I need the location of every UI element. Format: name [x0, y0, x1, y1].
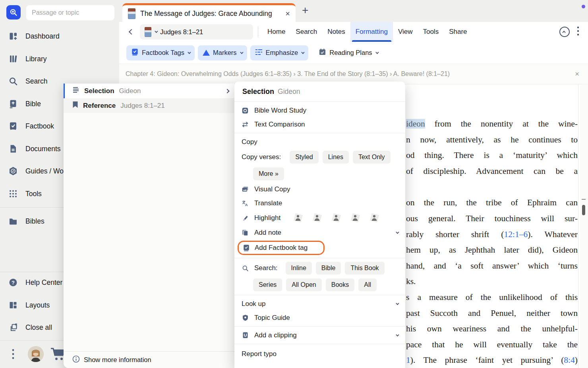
dashboard-icon	[8, 31, 18, 41]
context-menu-header: Selection Gideon	[234, 83, 405, 100]
menu-item-visual-copy[interactable]: Visual Copy	[234, 182, 405, 196]
highlight-style-avatar[interactable]	[350, 213, 361, 223]
add-factbook-tag-highlight-ring: Add Factbook tag	[238, 241, 325, 255]
menu-item-home[interactable]: Home	[262, 22, 290, 42]
copy-verses-text-only-button[interactable]: Text Only	[353, 151, 391, 164]
user-avatar[interactable]	[28, 346, 44, 362]
menu-row-more: More »	[234, 166, 405, 182]
search-icon	[242, 265, 249, 272]
factbook-tags-icon	[131, 48, 139, 57]
menu-item-look-up[interactable]: Look up	[234, 297, 405, 311]
menu-item-highlight[interactable]: Highlight	[234, 210, 405, 226]
chevron-right-icon	[225, 89, 229, 93]
search-icon	[8, 76, 18, 86]
highlight-style-avatar[interactable]	[312, 213, 323, 223]
sidebar-item-library[interactable]: Library	[8, 52, 115, 66]
menu-item-add-factbook-tag[interactable]: Add Factbook tag	[234, 239, 405, 256]
reading-plans-icon	[319, 48, 326, 57]
menu-item-topic-guide[interactable]: Topic Guide	[234, 311, 405, 325]
menu-item-add-a-clipping[interactable]: Add a clipping	[234, 328, 405, 342]
tab-strip: The Message of Judges: Grace Abounding ×…	[119, 0, 588, 22]
menu-item-view[interactable]: View	[393, 22, 418, 42]
formatting-toolbar: Factbook Tags Markers Emphasize Reading …	[119, 42, 588, 64]
emphasize-dropdown[interactable]: Emphasize	[250, 45, 309, 60]
book-cover-thumbnail	[145, 27, 151, 37]
translate-icon: A	[242, 200, 249, 207]
layouts-icon	[8, 300, 18, 310]
tab-close-icon[interactable]: ×	[285, 10, 290, 18]
guides-icon	[8, 166, 18, 176]
panel-kebab-menu-icon[interactable]	[577, 26, 579, 37]
svg-text:?: ?	[12, 280, 15, 286]
factbook-tags-dropdown[interactable]: Factbook Tags	[126, 45, 195, 60]
notification-dot	[582, 5, 585, 8]
factbook-icon	[8, 121, 18, 131]
copy-verses-lines-button[interactable]: Lines	[323, 151, 349, 164]
chevron-down-icon	[396, 333, 399, 336]
selection-lines-icon	[72, 87, 79, 95]
search-inline-button[interactable]: Inline	[286, 262, 312, 275]
search-books-button[interactable]: Books	[326, 278, 354, 291]
search-all-open-button[interactable]: All Open	[286, 278, 321, 291]
reading-plans-dropdown[interactable]: Reading Plans	[314, 45, 382, 60]
topic-guide-icon	[242, 314, 249, 321]
context-menu: Selection Gideon Bible Word Study Text C…	[234, 82, 405, 368]
menu-item-tools[interactable]: Tools	[418, 22, 444, 42]
sidebar-item-dashboard[interactable]: Dashboard	[8, 29, 115, 43]
visual-copy-icon	[242, 186, 249, 193]
menu-item-translate[interactable]: A Translate	[234, 196, 405, 210]
search-all-button[interactable]: All	[358, 278, 377, 291]
factbook-tag-icon	[243, 244, 250, 251]
menu-item-search[interactable]: Search	[290, 22, 322, 42]
bible-word-study-icon	[242, 107, 249, 114]
scrollbar-track[interactable]	[580, 84, 588, 368]
menu-item-copy[interactable]: Copy	[234, 135, 405, 149]
scrollbar-thumb[interactable]	[582, 205, 585, 215]
highlight-style-avatar[interactable]	[293, 213, 304, 223]
help-icon: ?	[8, 277, 18, 288]
search-series-button[interactable]: Series	[253, 278, 282, 291]
bible-icon	[8, 99, 18, 109]
chevron-down-icon	[375, 51, 379, 54]
markers-dropdown[interactable]: Markers	[198, 45, 247, 60]
highlight-avatars[interactable]	[293, 213, 380, 223]
menu-item-add-note[interactable]: Add note	[234, 226, 405, 239]
selection-row[interactable]: Selection Gideon	[64, 84, 234, 98]
context-selection-panel: Selection Gideon Reference Judges 8:1–21…	[64, 84, 234, 368]
kebab-menu-icon[interactable]	[11, 349, 15, 362]
menu-item-text-comparison[interactable]: Text Comparison	[234, 117, 405, 131]
search-this-book-button[interactable]: This Book	[345, 262, 384, 275]
collapse-toolbar-button[interactable]	[559, 27, 570, 37]
document-text[interactable]: ideon from the nonentity at the wine-n n…	[406, 84, 578, 368]
menu-item-share[interactable]: Share	[444, 22, 472, 42]
passage-search-input[interactable]	[26, 5, 114, 20]
bookmark-icon	[72, 101, 78, 110]
more-button[interactable]: More »	[253, 167, 284, 180]
search-bible-button[interactable]: Bible	[316, 262, 341, 275]
menu-item-notes[interactable]: Notes	[322, 22, 350, 42]
menu-item-report-typo[interactable]: Report typo	[234, 346, 405, 362]
menu-item-formatting[interactable]: Formatting	[350, 22, 393, 42]
chevron-down-icon	[301, 51, 304, 54]
library-icon	[8, 54, 18, 64]
new-tab-button[interactable]: +	[302, 4, 308, 17]
text-comparison-icon	[242, 121, 249, 128]
reference-selector[interactable]: Judges 8:1–21	[140, 24, 253, 39]
tab-message-of-judges[interactable]: The Message of Judges: Grace Abounding ×	[122, 3, 296, 22]
menu-row-copy-verses: Copy verses: Styled Lines Text Only	[234, 149, 405, 166]
book-cover-thumbnail	[128, 8, 135, 19]
logos-search-logo-icon[interactable]	[6, 5, 21, 19]
highlight-style-avatar[interactable]	[331, 213, 342, 223]
chevron-down-icon	[188, 51, 191, 54]
breadcrumb[interactable]: Chapter 4: Gideon: Overwhelming Odds (Ju…	[126, 70, 573, 78]
breadcrumb-close-icon[interactable]: ×	[573, 70, 582, 78]
clipping-icon	[242, 332, 249, 339]
menu-item-bible-word-study[interactable]: Bible Word Study	[234, 103, 405, 117]
chevron-down-icon	[396, 302, 399, 305]
highlight-style-avatar[interactable]	[369, 213, 380, 223]
show-more-information-button[interactable]: Show more information	[64, 351, 234, 368]
back-button[interactable]	[130, 28, 133, 35]
reference-row[interactable]: Reference Judges 8:1–21	[64, 98, 234, 113]
copy-verses-styled-button[interactable]: Styled	[290, 151, 318, 164]
markers-icon	[203, 50, 210, 56]
